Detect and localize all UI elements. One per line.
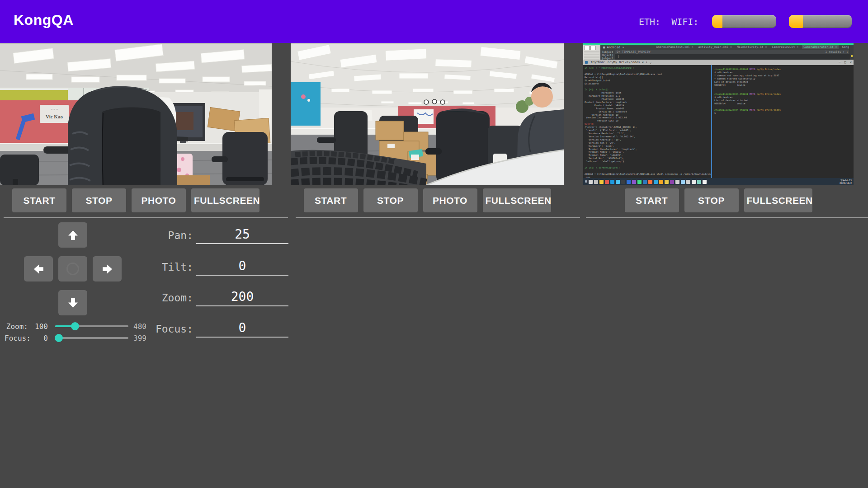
tilt-field-input[interactable]: 0 — [196, 258, 288, 276]
console-window-body: In [3]: k = RobotRun.kong.KongADB()ADBCm… — [583, 65, 854, 178]
focus-field-input[interactable]: 0 — [196, 320, 288, 338]
ipython-console-pane: In [3]: k = RobotRun.kong.KongADB()ADBCm… — [583, 65, 711, 178]
fullscreen-button[interactable]: FULLSCREEN — [744, 188, 812, 212]
taskbar-app-icon — [686, 180, 690, 184]
android-studio-window: ▦ Android ▾ AndroidManifest.xml ×activit… — [583, 45, 854, 60]
clock-date: 2020/12/2 — [840, 182, 852, 184]
app-title: KongQA — [14, 12, 74, 28]
taskbar-icons — [589, 180, 707, 184]
stop-button[interactable]: STOP — [72, 188, 126, 212]
zoom-field-row: Zoom: 200 — [0, 289, 289, 306]
camera-feed-3: ▦ Android ▾ AndroidManifest.xml ×activit… — [583, 43, 854, 185]
photo-button[interactable]: PHOTO — [132, 188, 186, 212]
eth-label: ETH: — [639, 16, 660, 27]
network-labels: ETH: WIFI: — [639, 0, 698, 43]
taskbar-app-icon — [594, 180, 598, 184]
taskbar-clock: 下午04:13 2020/12/2 — [840, 179, 852, 184]
windows-start-icon: ⊞ — [585, 180, 587, 183]
eth-status-fill — [712, 15, 722, 28]
wifi-status-fill — [789, 15, 803, 28]
windows-taskbar: ⊞ 下午04:13 2020/12/2 — [583, 178, 854, 185]
taskbar-app-icon — [681, 180, 685, 184]
zoom-field-input[interactable]: 200 — [196, 289, 288, 306]
camera-1-controls: START STOP PHOTO FULLSCREEN — [0, 188, 272, 212]
taskbar-app-icon — [648, 180, 652, 184]
pan-field-input[interactable]: 25 — [196, 227, 288, 244]
sign-small-text: ≡ ≡ ≡ — [51, 108, 58, 111]
background-window-icon — [584, 46, 590, 50]
ide-tab-bar: AndroidManifest.xml ×activity_main.xml ×… — [655, 45, 854, 49]
pan-field-label: Pan: — [0, 227, 193, 244]
fullscreen-button[interactable]: FULLSCREEN — [483, 188, 551, 212]
background-window-icon — [590, 46, 596, 50]
camera-2-controls: START STOP PHOTO FULLSCREEN — [291, 188, 564, 212]
camera-feed-1: ≡ ≡ ≡ Vic Kao — [0, 43, 272, 185]
start-button[interactable]: START — [625, 188, 679, 212]
ide-scroll-marker — [851, 55, 853, 57]
app-header: KongQA ETH: WIFI: — [0, 0, 868, 43]
tilt-field-row: Tilt: 0 — [0, 258, 289, 276]
console-window-titlebar: IPython: G:\My Drive\codes × + ⌄ ─ □ ✕ — [583, 60, 854, 65]
taskbar-app-icon — [616, 180, 620, 184]
taskbar-app-icon — [621, 180, 625, 184]
ide-search-text: Q▾ TEMPLATE_PREVIEW — [617, 50, 650, 54]
column-separator — [296, 217, 580, 218]
maximize-icon: □ — [844, 61, 846, 64]
stop-button[interactable]: STOP — [363, 188, 418, 212]
taskbar-app-icon — [632, 180, 636, 184]
taskbar-app-icon — [665, 180, 669, 184]
msys-terminal-pane: zhuang11098228934+6NB001 MSYS /g/My Driv… — [712, 65, 854, 178]
ide-project-selector: ▦ Android ▾ — [603, 46, 624, 49]
taskbar-app-icon — [670, 180, 674, 184]
taskbar-app-icon — [692, 180, 696, 184]
ide-search-bar: Q▾ TEMPLATE_PREVIEW 1 results ↑ ↓ — [615, 50, 850, 54]
sign-text: Vic Kao — [46, 114, 63, 119]
taskbar-app-icon — [627, 180, 631, 184]
focus-field-row: Focus: 0 — [0, 320, 289, 338]
column-separator — [586, 217, 868, 218]
taskbar-app-icon — [675, 180, 679, 184]
fullscreen-button[interactable]: FULLSCREEN — [191, 188, 259, 212]
office-scene-chair: ≡ ≡ ≡ Vic Kao — [0, 43, 272, 185]
ide-scroll-strip — [849, 45, 854, 60]
tilt-field-label: Tilt: — [0, 258, 193, 276]
taskbar-app-icon — [643, 180, 647, 184]
start-button[interactable]: START — [12, 188, 66, 212]
wifi-status-bar — [789, 15, 852, 28]
focus-field-label: Focus: — [0, 320, 193, 338]
taskbar-app-icon — [654, 180, 658, 184]
window-controls: ─ □ ✕ — [839, 61, 852, 64]
ide-search-results: 1 results ↑ ↓ — [825, 50, 848, 54]
ide-editor-strip: } — [615, 54, 850, 60]
ide-project-tree: [object Object][object Object][object Ob… — [600, 50, 615, 60]
taskbar-app-icon — [659, 180, 663, 184]
taskbar-app-icon — [703, 180, 707, 184]
taskbar-app-icon — [605, 180, 609, 184]
camera-3-controls: START STOP FULLSCREEN — [583, 188, 854, 212]
taskbar-app-icon — [697, 180, 701, 184]
stop-button[interactable]: STOP — [684, 188, 739, 212]
close-icon: ✕ — [850, 61, 852, 64]
wifi-label: WIFI: — [671, 16, 698, 27]
captured-desktop: ▦ Android ▾ AndroidManifest.xml ×activit… — [583, 43, 854, 185]
office-scene-wide — [291, 43, 564, 185]
taskbar-app-icon — [610, 180, 614, 184]
start-button[interactable]: START — [304, 188, 358, 212]
taskbar-app-icon — [589, 180, 593, 184]
column-separator — [4, 217, 288, 218]
photo-button[interactable]: PHOTO — [423, 188, 477, 212]
zoom-field-label: Zoom: — [0, 289, 193, 306]
taskbar-app-icon — [637, 180, 642, 184]
taskbar-app-icon — [599, 180, 604, 184]
python-icon — [585, 61, 588, 64]
minimize-icon: ─ — [839, 61, 840, 64]
kongqa-app: KongQA ETH: WIFI: — [0, 0, 868, 488]
camera-feed-2 — [291, 43, 564, 185]
eth-status-bar — [712, 15, 776, 28]
pan-field-row: Pan: 25 — [0, 227, 289, 244]
console-window-title: IPython: G:\My Drive\codes × + ⌄ — [590, 61, 651, 64]
